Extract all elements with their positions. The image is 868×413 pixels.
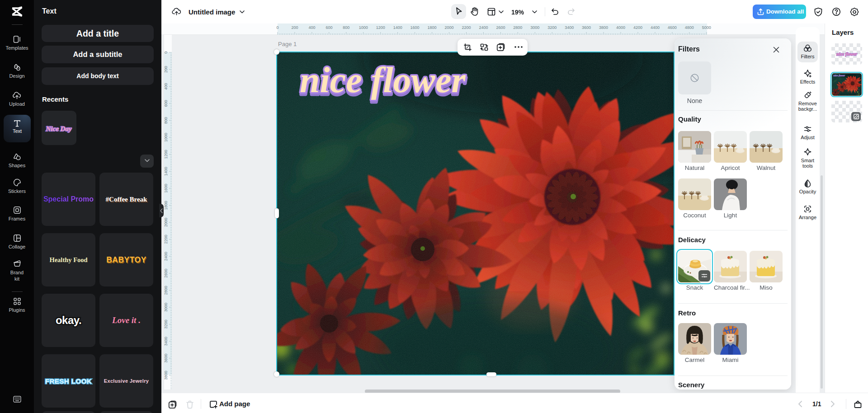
svg-text:1600: 1600 bbox=[164, 184, 168, 193]
svg-text:1800: 1800 bbox=[427, 25, 436, 30]
svg-text:2200: 2200 bbox=[462, 25, 471, 30]
svg-text:1800: 1800 bbox=[164, 201, 168, 210]
svg-text:3800: 3800 bbox=[599, 25, 608, 30]
svg-text:5000: 5000 bbox=[702, 25, 711, 30]
svg-text:2400: 2400 bbox=[479, 25, 488, 30]
svg-text:3400: 3400 bbox=[164, 337, 168, 346]
svg-text:4400: 4400 bbox=[651, 25, 660, 30]
svg-text:4600: 4600 bbox=[668, 25, 677, 30]
svg-text:Nice Day: Nice Day bbox=[45, 125, 71, 132]
svg-text:3200: 3200 bbox=[164, 320, 168, 329]
svg-text:200: 200 bbox=[164, 66, 168, 73]
svg-text:800: 800 bbox=[164, 117, 168, 124]
svg-text:1200: 1200 bbox=[164, 150, 168, 159]
svg-text:3200: 3200 bbox=[547, 25, 557, 30]
svg-text:4000: 4000 bbox=[616, 25, 625, 30]
svg-text:2600: 2600 bbox=[496, 25, 505, 30]
svg-text:2800: 2800 bbox=[513, 25, 522, 30]
svg-text:1400: 1400 bbox=[393, 25, 402, 30]
svg-text:200: 200 bbox=[291, 25, 298, 30]
svg-text:4800: 4800 bbox=[685, 25, 694, 30]
svg-text:400: 400 bbox=[308, 25, 315, 30]
svg-text:0: 0 bbox=[164, 51, 168, 53]
svg-text:3400: 3400 bbox=[565, 25, 574, 30]
svg-text:3000: 3000 bbox=[164, 303, 168, 312]
svg-text:3600: 3600 bbox=[164, 354, 168, 363]
svg-text:nice flower: nice flower bbox=[836, 52, 857, 56]
svg-text:nice flower: nice flower bbox=[834, 74, 846, 77]
svg-text:2600: 2600 bbox=[164, 269, 168, 278]
svg-text:2000: 2000 bbox=[164, 218, 168, 227]
svg-text:3000: 3000 bbox=[530, 25, 539, 30]
svg-text:4200: 4200 bbox=[633, 25, 642, 30]
svg-text:1400: 1400 bbox=[164, 167, 168, 176]
svg-text:1200: 1200 bbox=[376, 25, 385, 30]
svg-text:3600: 3600 bbox=[582, 25, 591, 30]
svg-text:2200: 2200 bbox=[164, 235, 168, 244]
svg-text:600: 600 bbox=[164, 100, 168, 107]
svg-text:2000: 2000 bbox=[444, 25, 453, 30]
svg-text:3800: 3800 bbox=[164, 371, 168, 380]
svg-text:nice flower: nice flower bbox=[300, 60, 466, 100]
svg-text:400: 400 bbox=[164, 83, 168, 90]
svg-text:2800: 2800 bbox=[164, 286, 168, 295]
svg-text:2400: 2400 bbox=[164, 252, 168, 261]
svg-text:1600: 1600 bbox=[410, 25, 420, 30]
svg-text:1000: 1000 bbox=[164, 133, 168, 142]
svg-text:1000: 1000 bbox=[359, 25, 368, 30]
svg-text:800: 800 bbox=[343, 25, 349, 30]
svg-text:600: 600 bbox=[326, 25, 332, 30]
svg-text:0: 0 bbox=[276, 25, 278, 30]
